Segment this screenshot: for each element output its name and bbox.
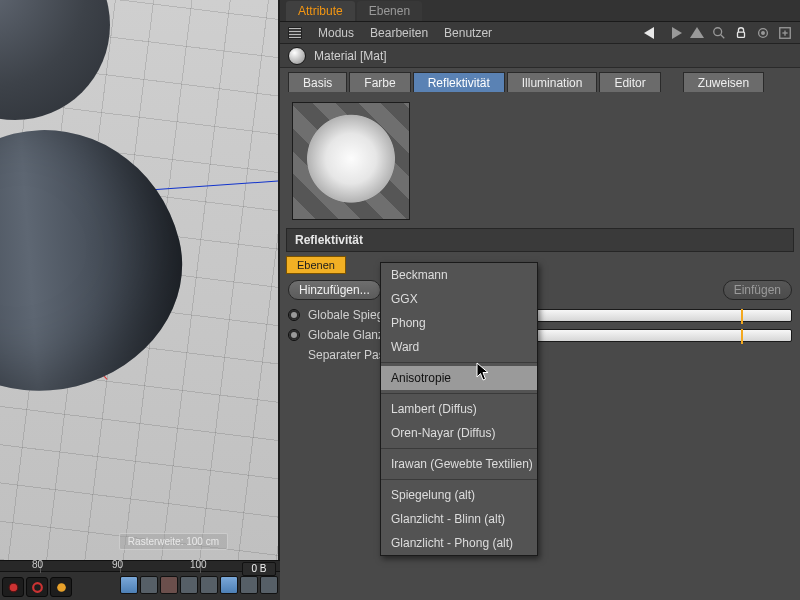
paste-button[interactable]: Einfügen [723, 280, 792, 300]
section-chip-ebenen[interactable]: Ebenen [286, 256, 346, 274]
dock-cell[interactable] [140, 576, 158, 594]
radio-global-specular[interactable] [288, 329, 300, 341]
menubar-user[interactable]: Benutzer [444, 26, 492, 40]
svg-line-4 [721, 34, 725, 38]
tab-attribute[interactable]: Attribute [286, 1, 355, 21]
timeline-btn-record[interactable] [2, 577, 24, 597]
ptab-basis[interactable]: Basis [288, 72, 347, 92]
svg-point-0 [9, 583, 18, 592]
lock-icon[interactable] [734, 26, 748, 40]
timeline-ruler[interactable]: 80 90 100 0 B [0, 560, 280, 572]
dock-cell[interactable] [200, 576, 218, 594]
timeline-btn-key[interactable] [50, 577, 72, 597]
timeline-tick: 80 [32, 559, 43, 570]
dropdown-item[interactable]: Ward [381, 335, 537, 359]
dropdown-item[interactable]: Beckmann [381, 263, 537, 287]
dropdown-item[interactable]: GGX [381, 287, 537, 311]
material-name: Material [Mat] [314, 49, 387, 63]
dropdown-item[interactable]: Oren-Nayar (Diffus) [381, 421, 537, 445]
dropdown-item[interactable]: Spiegelung (alt) [381, 483, 537, 507]
dropdown-item[interactable]: Glanzlicht - Blinn (alt) [381, 507, 537, 531]
timeline: 80 90 100 0 B [0, 560, 280, 600]
ptab-zuweisen[interactable]: Zuweisen [683, 72, 764, 92]
reflectance-options: Globale Spiegelung Globale Glanzlicht Se… [280, 306, 800, 366]
panel-tabbar: Attribute Ebenen [280, 0, 800, 22]
add-reflectance-dropdown[interactable]: BeckmannGGXPhongWardAnisotropieLambert (… [380, 262, 538, 556]
timeline-tick: 100 [190, 559, 207, 570]
dock-cell[interactable] [180, 576, 198, 594]
property-tabs: Basis Farbe Reflektivität Illumination E… [280, 72, 800, 92]
nav-forward-icon[interactable] [672, 27, 682, 39]
svg-rect-5 [738, 32, 745, 37]
svg-point-7 [762, 31, 765, 34]
material-header: Material [Mat] [280, 44, 800, 68]
menubar-edit[interactable]: Bearbeiten [370, 26, 428, 40]
material-swatch-icon[interactable] [288, 47, 306, 65]
tab-ebenen[interactable]: Ebenen [357, 1, 422, 21]
radio-global-reflection[interactable] [288, 309, 300, 321]
dock-cell[interactable] [160, 576, 178, 594]
timeline-dock [120, 576, 278, 594]
dropdown-item[interactable]: Lambert (Diffus) [381, 397, 537, 421]
label-separate-pass: Separater Pass [308, 348, 391, 362]
nav-back-icon[interactable] [644, 27, 654, 39]
ptab-illum[interactable]: Illumination [507, 72, 598, 92]
search-icon[interactable] [712, 26, 726, 40]
attribute-panel: Attribute Ebenen Modus Bearbeiten Benutz… [280, 0, 800, 600]
add-button[interactable]: Hinzufügen... [288, 280, 381, 300]
dropdown-item[interactable]: Phong [381, 311, 537, 335]
viewport-3d[interactable]: Rasterweite: 100 cm [0, 0, 280, 560]
section-title: Reflektivität [286, 228, 794, 252]
dock-cell[interactable] [120, 576, 138, 594]
menubar-modus-icon[interactable] [288, 27, 302, 39]
panel-menubar: Modus Bearbeiten Benutzer [280, 22, 800, 44]
svg-point-1 [33, 583, 42, 592]
ptab-reflekt[interactable]: Reflektivität [413, 72, 505, 92]
svg-point-2 [57, 583, 66, 592]
dock-cell[interactable] [220, 576, 238, 594]
dropdown-item[interactable]: Irawan (Gewebte Textilien) [381, 452, 537, 476]
timeline-btn-record-alt[interactable] [26, 577, 48, 597]
ptab-editor[interactable]: Editor [599, 72, 660, 92]
dropdown-item[interactable]: Glanzlicht - Phong (alt) [381, 531, 537, 555]
ptab-farbe[interactable]: Farbe [349, 72, 410, 92]
svg-point-3 [714, 27, 722, 35]
timeline-tick: 90 [112, 559, 123, 570]
viewport-hud-hint: Rasterweite: 100 cm [119, 533, 228, 550]
target-icon[interactable] [756, 26, 770, 40]
dropdown-item[interactable]: Anisotropie [381, 366, 537, 390]
new-window-icon[interactable] [778, 26, 792, 40]
material-preview[interactable] [292, 102, 410, 220]
dock-cell[interactable] [240, 576, 258, 594]
nav-up-icon[interactable] [690, 27, 704, 38]
menubar-modus[interactable]: Modus [318, 26, 354, 40]
dock-cell[interactable] [260, 576, 278, 594]
